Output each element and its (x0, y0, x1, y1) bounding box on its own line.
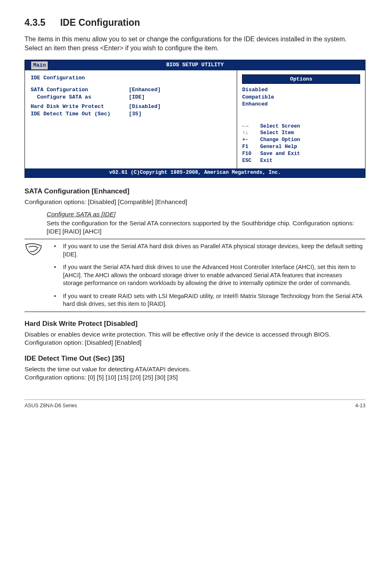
bios-row-value: [IDE] (129, 94, 145, 101)
configure-sata-text: Sets the configuration for the Serial AT… (47, 219, 365, 236)
note-box: • If you want to use the Serial ATA hard… (25, 239, 365, 312)
idet-text1: Selects the time out value for detecting… (25, 365, 365, 373)
hdwp-text2: Configuration option: [Disabled] [Enable… (25, 339, 365, 347)
bios-row-label: IDE Detect Time Out (Sec) (31, 110, 129, 118)
bullet-icon: • (54, 292, 57, 308)
note-text: If you want to create RAID sets with LSI… (63, 292, 363, 308)
nav-key: +- (242, 137, 260, 144)
bios-tab-main: Main (31, 61, 48, 70)
bios-nav-help: ←→Select Screen ↑↓Select Item +-Change O… (242, 123, 360, 164)
bullet-icon: • (54, 242, 57, 258)
bios-options-header: Options (242, 74, 360, 84)
bios-option: Disabled (242, 86, 360, 94)
bios-row-label: SATA Configuration (31, 86, 129, 94)
note-item: • If you want the Serial ATA hard disk d… (54, 263, 363, 287)
bios-row-label: Hard Disk Write Protect (31, 103, 129, 110)
nav-key: ↑↓ (242, 130, 260, 137)
bullet-icon: • (54, 263, 57, 287)
intro-paragraph: The items in this menu allow you to set … (25, 35, 365, 52)
bios-option: Compatible (242, 94, 360, 101)
nav-action: Select Screen (260, 123, 300, 130)
bios-row-value: [Disabled] (129, 103, 161, 110)
bios-option: Enhanced (242, 101, 360, 108)
sata-config-text: Configuration options: [Disabled] [Compa… (25, 198, 365, 206)
nav-action: Select Item (260, 130, 294, 137)
bios-left-title: IDE Configuration (31, 74, 231, 82)
bios-row: Hard Disk Write Protect [Disabled] (31, 103, 231, 110)
bios-right-panel: Options Disabled Compatible Enhanced ←→S… (237, 70, 365, 168)
note-icon (25, 242, 47, 308)
note-item: • If you want to use the Serial ATA hard… (54, 242, 363, 258)
footer-left: ASUS Z8NA-D6 Series (25, 402, 77, 409)
nav-key: ←→ (242, 123, 260, 130)
bios-row-value: [Enhanced] (129, 86, 161, 94)
section-number: 4.3.5 (25, 16, 45, 29)
section-heading: 4.3.5IDE Configuration (25, 16, 365, 29)
nav-action: Save and Exit (260, 150, 300, 157)
bios-row-label: Configure SATA as (31, 94, 129, 101)
configure-sata-block: Configure SATA as [IDE] Sets the configu… (47, 210, 365, 236)
nav-action: Change Option (260, 137, 300, 144)
configure-sata-heading: Configure SATA as [IDE] (47, 210, 365, 219)
bios-left-panel: IDE Configuration SATA Configuration [En… (25, 70, 237, 168)
hdwp-heading: Hard Disk Write Protect [Disabled] (25, 319, 365, 329)
note-text: If you want the Serial ATA hard disk dri… (63, 263, 363, 287)
nav-action: Exit (260, 157, 272, 164)
footer-right: 4-13 (355, 402, 365, 409)
bios-screenshot: BIOS SETUP UTILITY Main IDE Configuratio… (25, 60, 365, 177)
page-footer: ASUS Z8NA-D6 Series 4-13 (25, 399, 365, 409)
bios-footer: v02.61 (C)Copyright 1985-2008, American … (25, 168, 365, 177)
bios-row: SATA Configuration [Enhanced] (31, 86, 231, 94)
sata-config-heading: SATA Configuration [Enhanced] (25, 187, 365, 196)
nav-action: General Help (260, 144, 297, 150)
nav-key: ESC (242, 157, 260, 164)
note-item: • If you want to create RAID sets with L… (54, 292, 363, 308)
idet-heading: IDE Detect Time Out (Sec) [35] (25, 354, 365, 364)
bios-row: IDE Detect Time Out (Sec) [35] (31, 110, 231, 118)
bios-row-value: [35] (129, 110, 141, 118)
bios-row: Configure SATA as [IDE] (31, 94, 231, 101)
hdwp-text1: Disables or enables device write protect… (25, 330, 365, 339)
nav-key: F10 (242, 150, 260, 157)
bios-header-title: BIOS SETUP UTILITY (166, 61, 224, 69)
bios-header: BIOS SETUP UTILITY Main (25, 60, 365, 70)
nav-key: F1 (242, 144, 260, 150)
note-text: If you want to use the Serial ATA hard d… (63, 242, 363, 258)
idet-text2: Configuration options: [0] [5] [10] [15]… (25, 373, 365, 382)
section-title: IDE Configuration (60, 17, 140, 28)
